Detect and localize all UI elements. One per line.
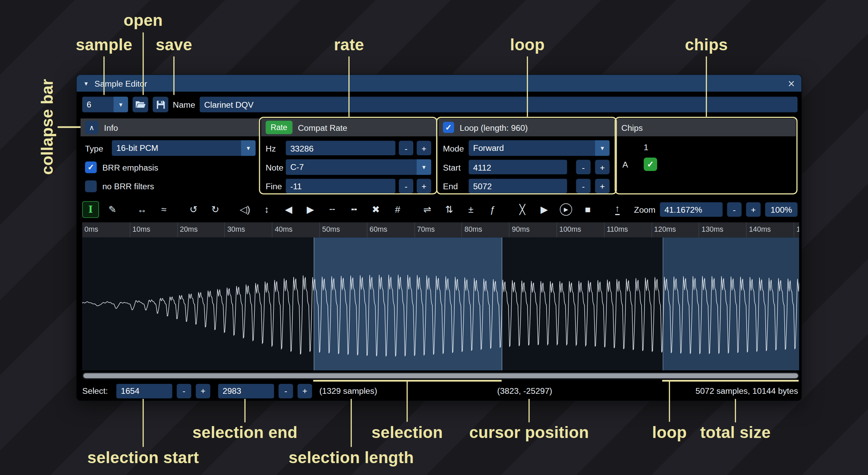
selection-start-input[interactable]: 1654 bbox=[116, 384, 172, 398]
hz-input[interactable]: 33286 bbox=[286, 141, 395, 155]
preview-button[interactable]: ▶ bbox=[536, 201, 552, 218]
zoom-value: 41.1672% bbox=[664, 205, 702, 214]
selection-end-decrease-button[interactable]: - bbox=[279, 384, 293, 398]
loop-checkbox[interactable]: ✓ bbox=[443, 122, 454, 133]
fine-decrease-button[interactable]: - bbox=[399, 179, 413, 193]
hz-increase-button[interactable]: + bbox=[417, 141, 431, 155]
delete-icon: ✖ bbox=[372, 205, 380, 214]
waveform-scrollbar[interactable] bbox=[82, 372, 799, 379]
mode-label: Mode bbox=[443, 143, 469, 153]
invert-icon: ⇅ bbox=[445, 205, 453, 214]
dropdown-arrow-icon: ▼ bbox=[417, 159, 431, 175]
reverse-button[interactable]: ⇌ bbox=[419, 201, 436, 218]
loop-end-input[interactable]: 5072 bbox=[469, 179, 567, 193]
resize-icon: ↔ bbox=[137, 205, 147, 214]
apply-silence-button[interactable]: ╍ bbox=[346, 201, 362, 218]
name-input[interactable]: Clarinet DQV bbox=[200, 96, 798, 112]
sample-type-dropdown[interactable]: 16-bit PCM ▼ bbox=[112, 140, 256, 156]
note-label: Note bbox=[266, 162, 286, 172]
minus-icon: - bbox=[405, 181, 407, 191]
zoom-reset-button[interactable]: 100% bbox=[765, 202, 797, 217]
ruler-tick: 150 bbox=[794, 222, 799, 237]
ruler-tick: 20ms bbox=[177, 222, 224, 237]
annotation-open: open bbox=[123, 11, 163, 30]
collapse-bar-button[interactable]: ∧ bbox=[85, 121, 98, 134]
fine-increase-button[interactable]: + bbox=[417, 179, 431, 193]
selection-end-increase-button[interactable]: + bbox=[298, 384, 312, 398]
note-dropdown[interactable]: C-7 ▼ bbox=[286, 159, 431, 175]
chip-enable-checkbox[interactable]: ✓ bbox=[644, 158, 657, 171]
crossfade-button[interactable]: ╳ bbox=[514, 201, 531, 218]
selection-end-value: 2983 bbox=[222, 386, 241, 395]
properties-row: ∧ Info Type 16-bit PCM ▼ ✓ bbox=[81, 119, 798, 195]
annotation-line-collapse-bar bbox=[57, 126, 80, 128]
delete-button[interactable]: ✖ bbox=[367, 201, 384, 218]
fade-in-button[interactable]: ◀ bbox=[280, 201, 297, 218]
zoom-increase-button[interactable]: + bbox=[746, 202, 761, 217]
screenshot-root: ▼ Sample Editor × 6 ▼ bbox=[0, 0, 868, 475]
resize-button[interactable]: ↔ bbox=[134, 201, 150, 218]
brr-emphasis-checkbox[interactable]: ✓ bbox=[85, 161, 97, 173]
zoom-controls: Zoom 41.1672% - + 100% bbox=[634, 202, 798, 217]
loop-end-increase-button[interactable]: + bbox=[595, 179, 610, 193]
upload-button[interactable]: ↑ bbox=[609, 201, 626, 218]
annotation-line-loop-bottom bbox=[669, 381, 670, 422]
preview-note-button[interactable]: ▶ bbox=[557, 201, 574, 218]
draw-button[interactable]: ✎ bbox=[104, 201, 121, 218]
selection-end-input[interactable]: 2983 bbox=[218, 384, 274, 398]
stop-button[interactable]: ■ bbox=[579, 201, 596, 218]
annotation-line-save bbox=[173, 56, 174, 95]
insert-silence-icon: ╌ bbox=[329, 205, 335, 214]
selection-start-decrease-button[interactable]: - bbox=[177, 384, 191, 398]
sign-exchange-button[interactable]: ± bbox=[463, 201, 479, 218]
loop-end-value: 5072 bbox=[473, 181, 492, 191]
loop-end-decrease-button[interactable]: - bbox=[576, 179, 591, 193]
info-title: Info bbox=[104, 123, 118, 132]
selection-start-increase-button[interactable]: + bbox=[196, 384, 211, 398]
filter-icon: ƒ bbox=[490, 205, 496, 214]
loop-start-value: 4112 bbox=[473, 162, 491, 172]
filter-button[interactable]: ƒ bbox=[484, 201, 501, 218]
time-ruler[interactable]: 0ms10ms20ms30ms40ms50ms60ms70ms80ms90ms1… bbox=[82, 222, 799, 237]
sample-selector[interactable]: 6 ▼ bbox=[82, 96, 128, 112]
redo-button[interactable]: ↻ bbox=[207, 201, 223, 218]
save-button[interactable] bbox=[153, 96, 168, 112]
open-button[interactable] bbox=[133, 96, 148, 112]
annotation-line-sample bbox=[103, 56, 104, 95]
normalize-button[interactable]: ↕ bbox=[258, 201, 275, 218]
select-button[interactable]: I bbox=[82, 201, 99, 218]
sample-type-value: 16-bit PCM bbox=[112, 140, 241, 156]
hz-value: 33286 bbox=[290, 143, 314, 153]
chip-index: 1 bbox=[644, 142, 649, 152]
annotation-line-rate bbox=[348, 56, 350, 117]
loop-mode-dropdown[interactable]: Forward ▼ bbox=[469, 140, 610, 156]
titlebar[interactable]: ▼ Sample Editor × bbox=[77, 75, 801, 91]
close-icon[interactable]: × bbox=[788, 77, 795, 89]
undo-button[interactable]: ↺ bbox=[185, 201, 202, 218]
trim-button[interactable]: # bbox=[389, 201, 406, 218]
loop-start-input[interactable]: 4112 bbox=[469, 160, 567, 174]
scrollbar-thumb[interactable] bbox=[83, 373, 798, 378]
hz-decrease-button[interactable]: - bbox=[399, 141, 413, 155]
sample-editor-window: ▼ Sample Editor × 6 ▼ bbox=[76, 74, 802, 401]
sample-dropdown-arrow-icon[interactable]: ▼ bbox=[114, 96, 128, 112]
amplify-button[interactable]: ◁) bbox=[237, 201, 253, 218]
check-icon: ✓ bbox=[88, 162, 94, 171]
waveform-view[interactable] bbox=[82, 238, 799, 370]
loop-start-decrease-button[interactable]: - bbox=[576, 160, 591, 174]
rate-badge[interactable]: Rate bbox=[266, 121, 292, 134]
invert-button[interactable]: ⇅ bbox=[441, 201, 457, 218]
check-icon: ✓ bbox=[445, 123, 452, 132]
ruler-tick: 100ms bbox=[556, 222, 604, 237]
window-collapse-triangle-icon[interactable]: ▼ bbox=[83, 80, 89, 86]
fade-out-button[interactable]: ▶ bbox=[302, 201, 319, 218]
resample-button[interactable]: ≈ bbox=[155, 201, 172, 218]
sign-exchange-icon: ± bbox=[468, 205, 473, 214]
loop-start-increase-button[interactable]: + bbox=[595, 160, 610, 174]
zoom-input[interactable]: 41.1672% bbox=[660, 202, 722, 217]
zoom-decrease-button[interactable]: - bbox=[727, 202, 742, 217]
no-brr-filters-checkbox[interactable] bbox=[85, 180, 97, 192]
insert-silence-button[interactable]: ╌ bbox=[324, 201, 340, 218]
annotation-selection-length: selection length bbox=[288, 448, 414, 467]
fine-input[interactable]: -11 bbox=[286, 179, 395, 193]
